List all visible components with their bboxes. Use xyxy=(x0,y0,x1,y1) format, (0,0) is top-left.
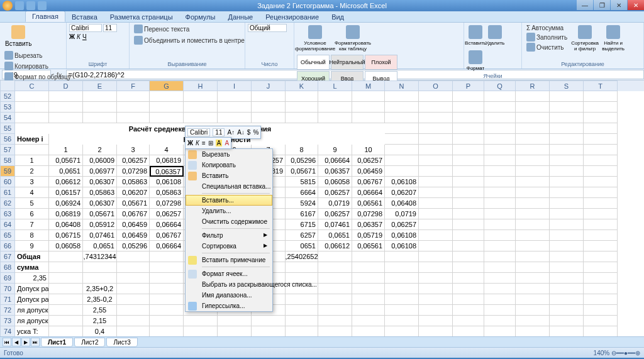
cell[interactable]: сумма xyxy=(15,262,49,273)
cell[interactable] xyxy=(49,284,83,294)
cell[interactable] xyxy=(49,91,83,102)
cell[interactable] xyxy=(252,102,286,113)
cell[interactable] xyxy=(516,316,550,326)
cell[interactable] xyxy=(150,326,184,336)
cell[interactable]: 0,05863 xyxy=(117,177,150,187)
cell[interactable] xyxy=(484,145,516,155)
context-menu-item[interactable]: Формат ячеек... xyxy=(186,268,272,279)
cell[interactable] xyxy=(419,123,453,134)
row-header[interactable]: 69 xyxy=(0,273,15,284)
context-menu-item[interactable]: Очистить содержимое xyxy=(186,216,272,227)
cell[interactable]: 0,06459 xyxy=(117,230,150,241)
cell[interactable] xyxy=(484,305,516,316)
mini-font-color[interactable]: A xyxy=(225,140,229,146)
cell[interactable] xyxy=(49,251,83,262)
cell[interactable]: 6715 xyxy=(286,219,318,230)
sheet-nav-last[interactable]: ⏭ xyxy=(31,338,40,346)
cell[interactable] xyxy=(584,273,618,284)
cell[interactable]: 0,06819 xyxy=(150,155,184,166)
cell[interactable]: 8 xyxy=(286,145,318,155)
cell[interactable] xyxy=(516,230,550,241)
cell[interactable] xyxy=(516,209,550,219)
context-menu-item[interactable]: Выбрать из раскрывающегося списка... xyxy=(186,279,272,290)
cell[interactable]: 5815 xyxy=(286,177,318,187)
context-menu-item[interactable]: Вставить... xyxy=(186,195,272,206)
cell[interactable] xyxy=(584,145,618,155)
cell[interactable]: 0,06157 xyxy=(49,187,83,198)
ribbon-tab[interactable]: Вставка xyxy=(65,12,104,22)
cell[interactable] xyxy=(550,198,584,209)
cell[interactable]: 0,06257 xyxy=(318,187,352,198)
cell[interactable] xyxy=(352,262,385,273)
autosum-button[interactable]: ΣАвтосумма xyxy=(525,24,569,32)
cell[interactable] xyxy=(584,219,618,230)
format-table-button[interactable]: Форматировать как таблицу xyxy=(335,24,370,53)
cell[interactable]: 10 xyxy=(352,145,385,155)
cell[interactable] xyxy=(516,134,550,145)
copy-button[interactable]: Копировать xyxy=(3,61,73,71)
mini-grow-font[interactable]: A↑ xyxy=(227,129,235,136)
cell[interactable]: 0,06058 xyxy=(49,241,83,251)
cell[interactable] xyxy=(484,155,516,166)
cell[interactable]: 0,06357 xyxy=(352,219,385,230)
cell[interactable] xyxy=(83,262,117,273)
cell[interactable] xyxy=(419,155,453,166)
cell[interactable] xyxy=(584,305,618,316)
cell[interactable] xyxy=(419,166,453,177)
cell[interactable] xyxy=(550,219,584,230)
cell[interactable] xyxy=(218,326,252,336)
cell[interactable] xyxy=(419,262,453,273)
style-neutral[interactable]: Нейтральный xyxy=(331,55,364,70)
sheet-tab[interactable]: Лист2 xyxy=(74,338,105,347)
cell[interactable] xyxy=(516,91,550,102)
sort-filter-button[interactable]: Сортировка и фильтр xyxy=(571,24,599,53)
cell[interactable] xyxy=(49,113,83,123)
cell[interactable] xyxy=(453,326,484,336)
cell[interactable] xyxy=(117,316,150,326)
cell[interactable] xyxy=(484,134,516,145)
cell[interactable] xyxy=(550,91,584,102)
cell[interactable] xyxy=(318,294,352,305)
cell[interactable]: 0,06357 xyxy=(318,166,352,177)
cell[interactable] xyxy=(117,294,150,305)
ribbon-tab[interactable]: Рецензирование xyxy=(259,12,325,22)
cell[interactable] xyxy=(419,91,453,102)
cell[interactable] xyxy=(550,326,584,336)
cell[interactable]: 5,743123444 xyxy=(83,251,117,262)
cell[interactable] xyxy=(419,294,453,305)
cell[interactable] xyxy=(584,113,618,123)
cell[interactable]: 6 xyxy=(15,209,49,219)
cell[interactable]: 8 xyxy=(15,230,49,241)
cell[interactable] xyxy=(516,198,550,209)
cell[interactable] xyxy=(550,241,584,251)
cell[interactable]: 0,06307 xyxy=(83,198,117,209)
cell[interactable] xyxy=(318,273,352,284)
cell[interactable] xyxy=(584,102,618,113)
cell[interactable] xyxy=(218,91,252,102)
cell[interactable]: Допуск размера: xyxy=(15,294,49,305)
cell[interactable] xyxy=(352,273,385,284)
cell[interactable] xyxy=(419,209,453,219)
cell[interactable] xyxy=(516,241,550,251)
cell[interactable] xyxy=(516,187,550,198)
cell[interactable]: 0,06257 xyxy=(318,209,352,219)
cell[interactable] xyxy=(352,284,385,294)
cell[interactable] xyxy=(318,102,352,113)
mini-bold[interactable]: Ж xyxy=(187,140,193,146)
cell[interactable]: 0,06108 xyxy=(385,177,419,187)
cell[interactable]: 0,06767 xyxy=(150,230,184,241)
cell[interactable] xyxy=(385,123,419,134)
row-header[interactable]: 74 xyxy=(0,326,15,336)
fill-button[interactable]: Заполнить xyxy=(525,32,569,42)
row-header[interactable]: 73 xyxy=(0,316,15,326)
row-header[interactable]: 66 xyxy=(0,241,15,251)
cell[interactable] xyxy=(550,113,584,123)
cell[interactable] xyxy=(286,305,318,316)
cell[interactable] xyxy=(484,166,516,177)
column-header[interactable]: N xyxy=(385,80,419,91)
cell[interactable] xyxy=(516,102,550,113)
cell[interactable] xyxy=(484,241,516,251)
cell[interactable]: 0,06058 xyxy=(318,177,352,187)
column-header[interactable]: I xyxy=(218,80,252,91)
cell[interactable]: 0,06257 xyxy=(352,155,385,166)
